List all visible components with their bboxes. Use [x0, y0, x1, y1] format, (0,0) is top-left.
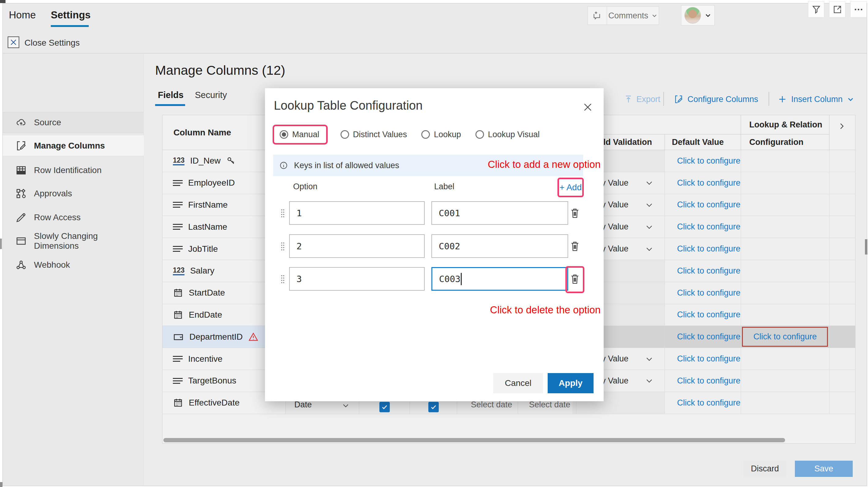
save-button[interactable]: Save: [795, 461, 853, 477]
configuration-cell: [741, 260, 829, 282]
annotation-add-option: Click to add a new option: [488, 159, 600, 170]
mode-radio-group: Manual Distinct Values Lookup Lookup Vis…: [273, 124, 554, 145]
sidebar-item[interactable]: Approvals: [3, 183, 144, 204]
configure-default-link[interactable]: Click to configure: [677, 288, 740, 298]
default-value-cell: Click to configure: [664, 370, 741, 392]
sidebar: Source Manage Columns Row Identification: [3, 54, 144, 486]
comments-button[interactable]: Comments: [607, 6, 659, 25]
webhook-icon: [16, 259, 27, 270]
delete-option-icon[interactable]: [570, 240, 580, 252]
configure-default-link[interactable]: Click to configure: [677, 332, 740, 342]
configure-default-link[interactable]: Click to configure: [677, 222, 740, 232]
configure-default-link[interactable]: Click to configure: [677, 178, 740, 188]
header-lookup-relation-group: Lookup & Relation: [749, 115, 823, 135]
configure-default-link[interactable]: Click to configure: [677, 156, 740, 166]
option-value-input[interactable]: 1: [289, 201, 425, 225]
chevron-down-icon: [651, 12, 657, 19]
insert-column-button[interactable]: Insert Column: [778, 92, 854, 107]
configure-default-link[interactable]: Click to configure: [677, 310, 740, 319]
option-value-input[interactable]: 2: [289, 234, 425, 258]
text-type-icon: [173, 178, 183, 188]
export-button[interactable]: Export: [624, 92, 660, 107]
configuration-cell: [741, 238, 829, 260]
tab-fields[interactable]: Fields: [158, 90, 184, 100]
default-value-cell: Click to configure: [664, 194, 741, 216]
sidebar-item[interactable]: Row Identification: [3, 160, 144, 181]
configure-default-link[interactable]: Click to configure: [677, 244, 740, 254]
window-icon: [16, 235, 27, 247]
row-expand-cell: [829, 348, 855, 370]
configure-columns-icon: [674, 95, 683, 104]
radio-icon: [280, 130, 288, 139]
configuration-cell: [741, 370, 829, 392]
horizontal-scrollbar[interactable]: [163, 438, 785, 442]
configure-default-link[interactable]: Click to configure: [677, 376, 740, 385]
default-value-cell: Click to configure: [664, 238, 741, 260]
add-button-highlight: + Add: [557, 178, 584, 197]
configure-default-link[interactable]: Click to configure: [677, 398, 740, 408]
mode-radio-option[interactable]: Distinct Values: [341, 130, 407, 139]
option-value-input[interactable]: 3: [289, 267, 425, 291]
mode-radio-option[interactable]: Lookup Visual: [475, 130, 540, 139]
nav-settings[interactable]: Settings: [51, 9, 91, 21]
sidebar-item[interactable]: Webhook: [3, 255, 144, 275]
default-value-cell: Click to configure: [664, 326, 741, 348]
row-expand-cell: [829, 326, 855, 348]
row-expand-cell: [829, 392, 855, 414]
configure-columns-button[interactable]: Configure Columns: [674, 92, 758, 107]
sidebar-item[interactable]: Row Access: [3, 207, 144, 228]
chevron-down-icon: [645, 376, 653, 385]
option-label-input[interactable]: C001: [431, 201, 568, 225]
mode-radio-option[interactable]: Lookup: [421, 130, 461, 139]
close-settings-label[interactable]: Close Settings: [25, 38, 80, 48]
checkbox-checked[interactable]: [379, 402, 390, 412]
fields-active-underline: [155, 104, 185, 106]
row-expand-cell: [829, 172, 855, 194]
toolbar-separator: [769, 92, 769, 106]
add-comment-button[interactable]: [587, 6, 607, 25]
configuration-cell: [741, 348, 829, 370]
lookup-table-configuration-dialog: Lookup Table Configuration Manual Distin…: [265, 88, 603, 401]
option-label-input-focused[interactable]: C003: [431, 267, 568, 291]
drag-handle-icon[interactable]: [280, 275, 285, 284]
add-option-button[interactable]: + Add: [560, 182, 582, 192]
tab-security[interactable]: Security: [195, 90, 227, 100]
configure-default-link[interactable]: Click to configure: [677, 200, 740, 209]
column-name-label: JobTitle: [188, 244, 218, 254]
sidebar-item[interactable]: Manage Columns: [3, 135, 144, 156]
delete-option-icon[interactable]: [570, 207, 580, 219]
checkbox-checked[interactable]: [428, 402, 439, 412]
more-options-button[interactable]: [850, 1, 867, 18]
toolbar-separator: [663, 92, 664, 106]
drag-handle-icon[interactable]: [280, 242, 285, 251]
default-value-cell: Click to configure: [664, 348, 741, 370]
left-scroll-handle[interactable]: [0, 238, 2, 249]
account-menu[interactable]: [681, 5, 715, 25]
configure-default-link[interactable]: Click to configure: [677, 266, 740, 276]
cancel-button[interactable]: Cancel: [493, 373, 543, 393]
chevron-down-icon: [645, 245, 653, 253]
chevron-down-icon: [645, 201, 653, 209]
drag-handle-icon[interactable]: [280, 208, 285, 218]
apply-button[interactable]: Apply: [548, 373, 594, 393]
column-name-label: EndDate: [189, 310, 222, 320]
calendar-type-icon: [173, 288, 183, 298]
radio-icon: [341, 130, 349, 139]
sidebar-item[interactable]: Source: [3, 112, 144, 133]
configure-default-link[interactable]: Click to configure: [677, 354, 740, 364]
close-settings-button[interactable]: [8, 36, 19, 48]
chevron-down-icon: [847, 95, 854, 103]
sidebar-item[interactable]: Slowly Changing Dimensions: [3, 231, 144, 252]
nav-home[interactable]: Home: [9, 9, 36, 21]
expand-columns-chevron[interactable]: [837, 122, 846, 131]
mode-radio-option[interactable]: Manual: [273, 125, 328, 145]
calendar-type-icon: [173, 310, 183, 320]
popout-button[interactable]: [829, 1, 845, 18]
filter-button[interactable]: [808, 1, 824, 18]
dialog-close-button[interactable]: [583, 102, 593, 112]
discard-button[interactable]: Discard: [743, 461, 786, 477]
option-label-input[interactable]: C002: [431, 234, 568, 258]
warning-icon: [248, 332, 258, 342]
row-expand-cell: [829, 216, 855, 238]
vertical-scrollbar-thumb[interactable]: [865, 239, 867, 255]
